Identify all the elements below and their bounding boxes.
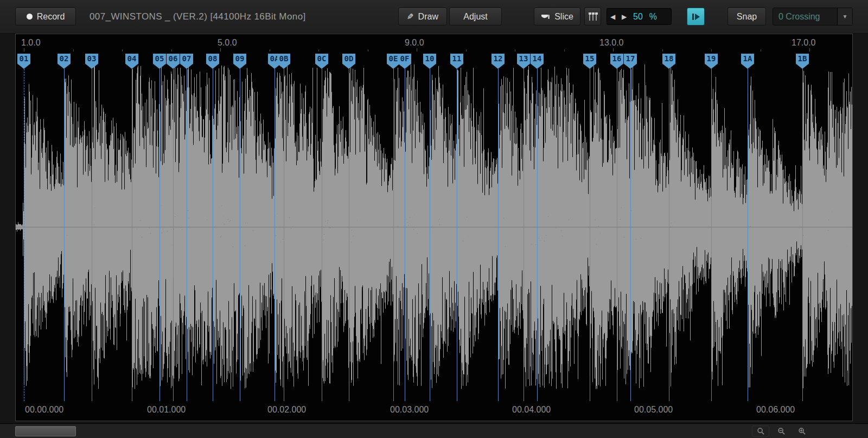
slice-line[interactable]	[748, 69, 748, 401]
slice-line[interactable]	[159, 69, 160, 401]
slice-line[interactable]	[430, 69, 430, 401]
ruler-bottom-label: 00.02.000	[267, 405, 306, 415]
slice-line[interactable]	[132, 69, 132, 401]
slice-line[interactable]	[24, 69, 24, 401]
slice-line[interactable]	[405, 69, 405, 401]
zoom-in-button[interactable]	[793, 426, 810, 437]
zoom-unit: %	[649, 12, 657, 22]
ruler-top: 1.0.05.0.09.0.013.0.017.0.0	[16, 34, 852, 53]
slice-line[interactable]	[187, 69, 187, 401]
ruler-tick	[24, 48, 24, 51]
slice-line[interactable]	[64, 69, 65, 401]
zoom-value[interactable]: 50	[633, 12, 643, 22]
slice-line[interactable]	[457, 69, 457, 401]
ruler-tick	[662, 49, 663, 51]
ruler-tick	[122, 49, 123, 51]
slice-line[interactable]	[669, 69, 669, 401]
record-icon	[27, 14, 33, 20]
scrollbar-thumb[interactable]	[15, 426, 76, 436]
slice-line[interactable]	[498, 69, 499, 401]
zoom-out-button[interactable]	[773, 426, 790, 437]
slice-line[interactable]	[92, 69, 92, 401]
ruler-tick	[613, 48, 614, 51]
ruler-tick	[761, 49, 761, 51]
ruler-tick	[73, 49, 74, 51]
ruler-tick	[466, 49, 467, 51]
chevron-down-icon: ▼	[843, 14, 848, 20]
zoom-selection-button[interactable]	[752, 426, 769, 437]
ruler-tick	[417, 48, 417, 51]
ruler-tick	[220, 48, 221, 51]
waveform-panel: 1.0.05.0.09.0.013.0.017.0.0 010203040506…	[15, 34, 853, 421]
ruler-top-label: 9.0.0	[405, 38, 424, 48]
ruler-bottom-label: 00.06.000	[756, 405, 795, 415]
zoom-out-icon	[777, 427, 786, 435]
slice-knife-icon	[541, 14, 550, 20]
ruler-tick	[515, 49, 515, 51]
snap-label: Snap	[737, 12, 757, 22]
slice-line[interactable]	[284, 69, 284, 401]
zoom-in-icon	[798, 427, 806, 435]
ruler-bottom: 00.00.00000.01.00000.02.00000.03.00000.0…	[16, 400, 852, 421]
snap-button[interactable]: Snap	[727, 8, 766, 25]
play-from-slice-toggle[interactable]	[687, 8, 705, 25]
ruler-bottom-label: 00.04.000	[512, 405, 551, 415]
ruler-bottom-label: 00.00.000	[25, 405, 63, 415]
ruler-top-label: 5.0.0	[218, 38, 237, 48]
slice-line[interactable]	[349, 69, 349, 401]
ruler-top-label: 1.0.0	[21, 38, 41, 48]
toolbar: Record 007_WINSTONS _ (VER.2) [44100Hz 1…	[0, 0, 868, 34]
dropdown-arrow-box[interactable]: ▼	[837, 8, 852, 25]
record-label: Record	[37, 12, 65, 22]
slice-line[interactable]	[802, 69, 803, 401]
slice-line[interactable]	[173, 69, 174, 401]
adjust-label: Adjust	[463, 12, 487, 22]
zoom-control: ◀ ▶ 50 %	[607, 8, 672, 25]
ruler-tick	[711, 49, 712, 51]
slice-line[interactable]	[711, 69, 712, 401]
slice-markers-icon	[588, 12, 598, 21]
slice-label: Slice	[554, 12, 573, 22]
draw-label: Draw	[418, 12, 438, 22]
zoom-right-arrow[interactable]: ▶	[618, 9, 630, 24]
ruler-tick	[318, 49, 319, 51]
ruler-tick	[368, 49, 368, 51]
sample-title: 007_WINSTONS _ (VER.2) [44100Hz 16Bit Mo…	[90, 0, 306, 34]
slice-line[interactable]	[275, 69, 275, 401]
slice-line[interactable]	[537, 69, 538, 401]
adjust-button[interactable]: Adjust	[449, 8, 502, 25]
slice-markers-button[interactable]	[584, 8, 601, 25]
slice-line[interactable]	[590, 69, 590, 401]
ruler-bottom-label: 00.05.000	[634, 405, 673, 415]
record-button[interactable]: Record	[15, 8, 76, 25]
slice-button[interactable]: Slice	[534, 8, 580, 25]
zero-crossing-label: 0 Crossing	[773, 12, 837, 22]
ruler-tick	[809, 48, 810, 51]
slice-line[interactable]	[393, 69, 394, 401]
slice-line[interactable]	[240, 69, 240, 401]
slice-line[interactable]	[524, 69, 524, 401]
slice-line[interactable]	[322, 69, 322, 401]
ruler-bottom-label: 00.01.000	[147, 405, 186, 415]
waveform-area: 0102030405060708090A0B0C0D0E0F1011121314…	[16, 53, 852, 401]
bottom-bar	[0, 423, 868, 438]
ruler-bottom-label: 00.03.000	[390, 405, 429, 415]
ruler-tick	[171, 49, 172, 51]
zero-crossing-dropdown[interactable]: 0 Crossing ▼	[773, 8, 853, 25]
waveform-canvas[interactable]	[16, 53, 852, 401]
ruler-top-label: 17.0.0	[792, 38, 815, 48]
play-from-slice-icon	[692, 13, 700, 21]
pencil-icon: ✎	[407, 12, 414, 22]
ruler-top-label: 13.0.0	[599, 38, 623, 48]
slice-line[interactable]	[617, 69, 617, 401]
draw-button[interactable]: ✎ Draw	[398, 8, 447, 25]
zoom-left-arrow[interactable]: ◀	[607, 9, 618, 24]
slice-line[interactable]	[630, 69, 631, 401]
slice-line[interactable]	[213, 69, 213, 401]
ruler-tick	[564, 49, 565, 51]
ruler-tick	[270, 49, 270, 51]
magnifier-icon	[757, 427, 765, 435]
